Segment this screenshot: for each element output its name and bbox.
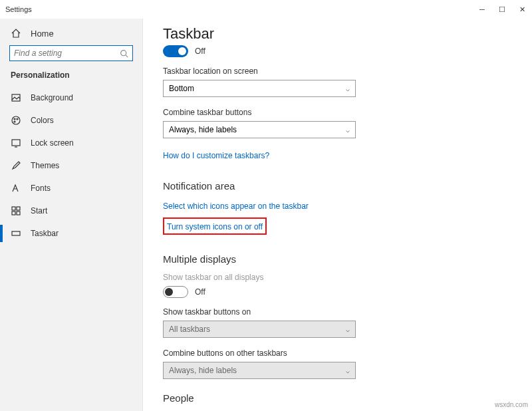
svg-rect-6: [12, 140, 20, 146]
svg-point-3: [14, 118, 15, 120]
people-heading: People: [163, 392, 512, 404]
sidebar-item-label: Themes: [31, 161, 59, 170]
search-box[interactable]: [9, 45, 133, 61]
sidebar-item-label: Taskbar: [31, 229, 59, 238]
location-label: Taskbar location on screen: [163, 67, 512, 76]
multi-combine-select: Always, hide labels ⌵: [163, 362, 356, 379]
svg-rect-11: [12, 231, 20, 235]
sidebar-item-label: Start: [31, 206, 47, 215]
top-toggle-label: Off: [195, 47, 205, 56]
svg-rect-10: [17, 211, 20, 215]
multi-show-label: Show taskbar on all displays: [163, 273, 512, 282]
sidebar-item-start[interactable]: Start: [0, 200, 142, 222]
top-toggle-row: Off: [163, 45, 512, 57]
titlebar: Settings ─ ☐ ✕: [0, 0, 532, 19]
chevron-down-icon: ⌵: [346, 367, 350, 374]
home-icon: [11, 28, 21, 39]
multi-show-state: Off: [195, 287, 205, 297]
multiple-displays-heading: Multiple displays: [163, 253, 512, 265]
location-value: Bottom: [169, 84, 194, 93]
system-icons-link[interactable]: Turn system icons on or off: [167, 222, 263, 231]
svg-rect-9: [12, 211, 15, 215]
category-label: Personalization: [0, 70, 142, 86]
customize-link[interactable]: How do I customize taskbars?: [163, 151, 269, 160]
home-nav[interactable]: Home: [0, 24, 142, 45]
taskbar-icon: [11, 228, 21, 239]
palette-icon: [11, 115, 21, 126]
sidebar-item-colors[interactable]: Colors: [0, 109, 142, 132]
monitor-icon: [11, 138, 21, 148]
sidebar-item-fonts[interactable]: Fonts: [0, 177, 142, 200]
sidebar-item-taskbar[interactable]: Taskbar: [0, 222, 142, 245]
grid-icon: [11, 206, 21, 216]
sidebar-item-label: Colors: [31, 116, 54, 125]
sidebar-item-label: Fonts: [31, 184, 51, 193]
home-label: Home: [31, 29, 54, 39]
multi-buttons-value: All taskbars: [169, 325, 210, 334]
sidebar: Home Personalization Background Colors L…: [0, 19, 143, 411]
svg-point-2: [12, 116, 20, 124]
location-select[interactable]: Bottom ⌵: [163, 80, 356, 97]
sidebar-item-background[interactable]: Background: [0, 86, 142, 109]
sidebar-item-label: Lock screen: [31, 138, 74, 148]
svg-point-5: [14, 121, 15, 122]
search-icon: [120, 49, 128, 58]
window-title: Settings: [5, 5, 32, 13]
search-input[interactable]: [14, 49, 120, 58]
svg-point-0: [121, 50, 126, 55]
font-icon: [11, 183, 21, 194]
maximize-button[interactable]: ☐: [492, 0, 512, 19]
svg-rect-8: [17, 207, 20, 210]
chevron-down-icon: ⌵: [346, 326, 350, 333]
highlight-box: Turn system icons on or off: [163, 217, 267, 235]
close-button[interactable]: ✕: [512, 0, 532, 19]
multi-combine-value: Always, hide labels: [169, 366, 237, 375]
select-icons-link[interactable]: Select which icons appear on the taskbar: [163, 202, 309, 211]
watermark: wsxdn.com: [495, 401, 528, 408]
picture-icon: [11, 92, 21, 103]
main-content: Taskbar Off Taskbar location on screen B…: [143, 19, 532, 411]
combine-label: Combine taskbar buttons: [163, 108, 512, 117]
sidebar-item-label: Background: [31, 93, 73, 102]
brush-icon: [11, 160, 21, 171]
chevron-down-icon: ⌵: [346, 126, 350, 134]
multi-combine-label: Combine buttons on other taskbars: [163, 348, 512, 358]
chevron-down-icon: ⌵: [346, 85, 350, 92]
minimize-button[interactable]: ─: [472, 0, 492, 19]
sidebar-item-themes[interactable]: Themes: [0, 154, 142, 177]
combine-select[interactable]: Always, hide labels ⌵: [163, 121, 356, 138]
top-toggle[interactable]: [163, 45, 188, 57]
multi-show-toggle[interactable]: [163, 286, 188, 298]
combine-value: Always, hide labels: [169, 125, 237, 134]
svg-point-4: [17, 118, 18, 120]
page-title: Taskbar: [163, 25, 512, 43]
sidebar-item-lockscreen[interactable]: Lock screen: [0, 132, 142, 154]
svg-rect-7: [12, 207, 15, 210]
multi-buttons-label: Show taskbar buttons on: [163, 307, 512, 317]
notification-heading: Notification area: [163, 180, 512, 192]
multi-buttons-select: All taskbars ⌵: [163, 321, 356, 338]
